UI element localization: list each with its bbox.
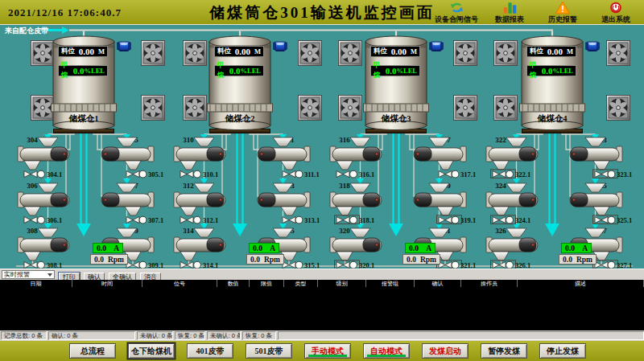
alarm-table-header: 日期时间位号数值限值类型级别报警组确认操作员描述 (0, 280, 644, 287)
stop-coal-button[interactable]: 停止发煤 (539, 343, 586, 359)
belt-401-button[interactable]: 401皮带 (187, 343, 233, 359)
valve-indicator (336, 171, 343, 178)
feeder-funnel (194, 228, 214, 237)
valve-label: 313.1 (304, 216, 320, 224)
alarm-table-body[interactable] (0, 287, 644, 330)
feeder-unit[interactable]: 313 313.1 (243, 181, 324, 224)
valve-indicator (24, 262, 31, 269)
valve-label: 322.1 (515, 170, 530, 178)
feeder-unit[interactable]: 325 325.1 (555, 181, 636, 224)
feeder-funnel (506, 183, 526, 192)
feeder-unit[interactable]: 317 317.1 (399, 135, 480, 178)
silo-level-display: 料位0.00M (214, 46, 264, 57)
valve-indicator (126, 217, 133, 224)
feeder-unit[interactable]: 322 322.1 (483, 135, 564, 178)
valve-label: 310.1 (203, 170, 218, 178)
feeder-unit[interactable]: 312 312.1 (171, 181, 251, 224)
valve-indicator (439, 171, 445, 178)
valve-indicator (180, 262, 187, 269)
alarm-column-header: 时间 (72, 280, 142, 287)
rpm-meter: 0.0Rpm (402, 254, 440, 265)
feeder-funnel (194, 183, 214, 192)
feeder-unit[interactable]: 307 307.1 (87, 181, 167, 224)
silo-group: 储煤仓4 料位0.00M 甲烷0.0%LEL 322 322.1 323 323… (475, 25, 636, 269)
valve-label: 306.1 (47, 216, 62, 224)
status-item: 确认: 0 条 (48, 331, 135, 340)
feeder-funnel (38, 228, 58, 237)
silo-level-display: 料位0.00M (526, 46, 576, 57)
current-meter: 0.0A (93, 243, 123, 253)
auto-mode-button[interactable]: 自动模式 (363, 343, 410, 359)
alarm-type-select[interactable]: 实时报警 (2, 270, 55, 279)
alarm-column-header: 确认 (415, 280, 461, 287)
feeder-unit[interactable]: 316 316.1 (327, 135, 407, 178)
feeder-unit[interactable]: 319 319.1 (399, 181, 480, 224)
valve-indicator (595, 217, 601, 224)
overview-button[interactable]: 总流程 (69, 343, 116, 359)
feeder-funnel (350, 228, 370, 237)
status-item: 恢复: 0 条 (175, 331, 205, 340)
feeder-funnel (273, 183, 293, 192)
feeder-funnel (429, 228, 449, 237)
alarm-toolbar: 实时报警 打印确认全确认消音 (0, 269, 644, 280)
valve-label: 312.1 (203, 216, 218, 224)
valve-indicator (493, 262, 499, 269)
feeder-unit[interactable]: 306 306.1 (14, 181, 95, 224)
current-meter: 0.0A (561, 243, 592, 253)
valve-indicator (24, 171, 31, 178)
valve-label: 311.1 (304, 170, 320, 178)
feeder-funnel (585, 137, 605, 146)
feeder-unit[interactable]: 320 320.1 (327, 226, 407, 269)
feeder-funnel (429, 137, 449, 146)
feeder-unit[interactable]: 305 305.1 (87, 135, 167, 178)
silo-group: 储煤仓2 料位0.00M 甲烷0.0%LEL 310 310.1 311 311… (163, 25, 324, 269)
feeder-number: 320 (339, 227, 350, 235)
valve-label: 317.1 (460, 170, 476, 178)
valve-label: 319.1 (460, 216, 476, 224)
under-silo-feeder-button[interactable]: 仓下给煤机 (128, 343, 175, 359)
alarm-column-header: 限值 (250, 280, 284, 287)
feeder-number: 326 (495, 227, 506, 235)
valve-indicator (336, 217, 343, 224)
silo-name: 储煤仓4 (537, 114, 568, 123)
alarm-column-header: 类型 (284, 280, 318, 287)
valve-label: 323.1 (617, 170, 632, 178)
feeder-unit[interactable]: 310 310.1 (171, 135, 251, 178)
feeder-unit[interactable]: 311 311.1 (243, 135, 324, 178)
feeder-funnel (38, 137, 58, 146)
valve-label: 305.1 (148, 170, 163, 178)
feeder-unit[interactable]: 326 326.1 (483, 226, 564, 269)
start-coal-button[interactable]: 发煤启动 (422, 343, 469, 359)
feeder-unit[interactable]: 318 318.1 (327, 181, 407, 224)
alarm-column-header: 级别 (318, 280, 366, 287)
status-item: 未确认: 0 条 (207, 331, 241, 340)
rpm-meter: 0.0Rpm (246, 254, 284, 265)
feeder-number: 308 (27, 227, 38, 235)
feeder-number: 306 (27, 182, 38, 190)
feeder-unit[interactable]: 308 308.1 (14, 226, 95, 269)
chevron-down-icon (47, 273, 52, 277)
feeder-number: 314 (183, 227, 194, 235)
valve-indicator (24, 217, 31, 224)
valve-label: 316.1 (359, 170, 374, 178)
belt-501-button[interactable]: 501皮带 (246, 343, 292, 359)
feeder-number: 304 (27, 136, 38, 144)
valve-label: 307.1 (148, 216, 163, 224)
feeder-unit[interactable]: 323 323.1 (555, 135, 636, 178)
feeder-funnel (38, 183, 58, 192)
feeder-unit[interactable]: 324 324.1 (483, 181, 564, 224)
pause-coal-button[interactable]: 暂停发煤 (481, 343, 527, 359)
silo-name: 储煤仓3 (381, 114, 411, 123)
status-item (278, 331, 644, 340)
feeder-unit[interactable]: 304 304.1 (14, 135, 95, 178)
manual-mode-button[interactable]: 手动模式 (304, 343, 351, 359)
feeder-unit[interactable]: 314 314.1 (171, 226, 251, 269)
valve-label: 324.1 (515, 216, 530, 224)
alarm-column-header: 操作员 (461, 280, 518, 287)
feeder-number: 310 (183, 136, 194, 144)
alarm-column-header: 日期 (0, 280, 72, 287)
status-item: 未确认: 0 条 (137, 331, 173, 340)
silo-name: 储煤仓2 (225, 114, 255, 123)
silo-gas-display: 甲烷0.0%LEL (370, 65, 420, 76)
rpm-meter: 0.0Rpm (559, 254, 597, 265)
